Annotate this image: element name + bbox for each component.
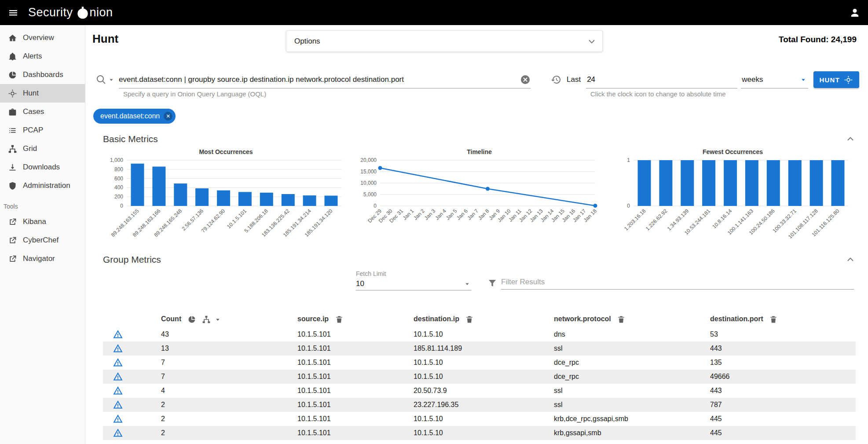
pie-chart-icon	[8, 70, 17, 80]
table-row[interactable]: 710.1.5.10110.1.5.10dce_rpc49666	[103, 370, 856, 384]
query-input[interactable]	[119, 75, 520, 84]
cell-count: 2	[161, 398, 297, 412]
hunt-button[interactable]: HUNT	[813, 71, 859, 88]
filter-results-input[interactable]	[501, 275, 854, 290]
chip-close-icon[interactable]: ✕	[164, 112, 172, 121]
search-icon[interactable]	[96, 74, 106, 85]
svg-text:15,000: 15,000	[360, 169, 377, 175]
cell-count: 13	[161, 341, 297, 356]
svg-text:Most Occurrences: Most Occurrences	[199, 148, 253, 155]
bell-icon	[8, 52, 17, 61]
row-action-column-header	[103, 312, 161, 327]
fetch-limit-select[interactable]: Fetch Limit 10	[356, 270, 471, 290]
cell-destination-ip: 23.227.196.35	[414, 398, 554, 412]
chip-row: event.dataset:conn ✕	[93, 109, 859, 124]
briefcase-icon	[8, 107, 17, 117]
time-unit-select[interactable]: weeks	[741, 71, 808, 88]
warning-triangle-icon[interactable]	[113, 371, 123, 382]
column-header-destination-port[interactable]: destination.port	[710, 312, 856, 327]
sidebar-item-grid[interactable]: Grid	[0, 139, 85, 158]
options-label: Options	[294, 37, 320, 46]
cell-destination-port: 53	[710, 327, 856, 341]
cell-source-ip: 10.1.5.101	[297, 356, 414, 370]
table-row[interactable]: 710.1.5.10110.1.5.10dce_rpc135	[103, 356, 856, 370]
sidebar-item-label: Overview	[23, 33, 54, 42]
cell-source-ip: 10.1.5.101	[297, 370, 414, 384]
svg-text:10,000: 10,000	[360, 180, 377, 186]
warning-triangle-icon[interactable]	[113, 428, 123, 438]
sidebar-item-label: Dashboards	[23, 70, 63, 79]
sidebar-item-label: Downloads	[23, 163, 60, 172]
sidebar-item-dashboards[interactable]: Dashboards	[0, 66, 85, 84]
warning-triangle-icon[interactable]	[113, 357, 123, 368]
sidebar-item-label: Administration	[23, 181, 70, 190]
sidebar-item-kibana[interactable]: Kibana	[0, 213, 85, 231]
sidebar-item-pcap[interactable]: PCAP	[0, 121, 85, 139]
sidebar-item-label: Kibana	[23, 217, 46, 226]
list-icon	[8, 126, 17, 135]
cell-destination-port: 443	[710, 384, 856, 398]
group-diagram-icon[interactable]	[202, 315, 211, 324]
svg-text:Jan 8: Jan 8	[477, 208, 491, 221]
user-account-icon[interactable]	[850, 7, 860, 18]
logo-text-prefix: Security	[28, 6, 73, 19]
trash-icon[interactable]	[617, 315, 626, 324]
table-row[interactable]: 210.1.5.10110.1.5.10krb,dce_rpc,gssapi,s…	[103, 412, 856, 426]
svg-text:Jan 4: Jan 4	[434, 208, 447, 221]
history-clock-icon[interactable]	[551, 74, 561, 85]
sidebar-item-label: Alerts	[23, 52, 42, 61]
cell-destination-port: 49666	[710, 370, 856, 384]
cell-destination-ip: 10.1.5.10	[414, 356, 554, 370]
trash-icon[interactable]	[769, 315, 778, 324]
hamburger-menu-icon[interactable]	[8, 7, 18, 18]
column-header-count[interactable]: Count	[161, 312, 297, 327]
cell-destination-ip: 185.81.114.189	[414, 341, 554, 356]
sitemap-icon	[8, 144, 17, 154]
warning-triangle-icon[interactable]	[113, 343, 123, 354]
table-row[interactable]: 4310.1.5.10110.1.5.10dns53	[103, 327, 856, 341]
time-range-last-label: Last	[567, 75, 581, 84]
query-history-caret-icon[interactable]	[107, 76, 115, 84]
logo-text-suffix: nion	[90, 6, 113, 19]
cell-network-protocol: dce_rpc	[554, 356, 710, 370]
column-header-network-protocol[interactable]: network.protocol	[554, 312, 710, 327]
caret-down-icon[interactable]	[214, 316, 222, 323]
sidebar-item-overview[interactable]: Overview	[0, 29, 85, 47]
crosshair-icon	[8, 89, 17, 98]
svg-text:0: 0	[120, 203, 123, 209]
query-row: Last weeks HUNT	[96, 71, 859, 88]
warning-triangle-icon[interactable]	[113, 414, 123, 424]
sidebar-item-downloads[interactable]: Downloads	[0, 158, 85, 176]
trash-icon[interactable]	[465, 315, 474, 324]
table-row[interactable]: 210.1.5.10123.227.196.35ssl787	[103, 398, 856, 412]
sidebar-item-alerts[interactable]: Alerts	[0, 47, 85, 66]
clear-query-icon[interactable]	[520, 74, 531, 85]
warning-triangle-icon[interactable]	[113, 385, 123, 396]
svg-text:Jan 1: Jan 1	[402, 208, 415, 221]
options-dropdown[interactable]: Options	[286, 30, 603, 52]
sidebar-item-navigator[interactable]: Navigator	[0, 250, 85, 268]
sidebar-item-hunt[interactable]: Hunt	[0, 84, 85, 103]
filter-chip[interactable]: event.dataset:conn ✕	[93, 109, 176, 124]
pie-chart-toggle-icon[interactable]	[187, 315, 196, 324]
table-row[interactable]: 210.1.5.10110.1.5.10krb,gssapi,smb445	[103, 426, 856, 440]
cell-network-protocol: ssl	[554, 341, 710, 356]
collapse-chevron-up-icon[interactable]	[845, 134, 856, 144]
column-header-destination-ip[interactable]: destination.ip	[414, 312, 554, 327]
warning-triangle-icon[interactable]	[113, 329, 123, 340]
tools-section-label: Tools	[4, 203, 85, 210]
warning-triangle-icon[interactable]	[113, 400, 123, 410]
column-header-source-ip[interactable]: source.ip	[297, 312, 414, 327]
trash-icon[interactable]	[335, 315, 344, 324]
query-field	[119, 71, 531, 88]
sidebar-item-cases[interactable]: Cases	[0, 103, 85, 121]
table-row[interactable]: 410.1.5.10120.50.73.9ssl443	[103, 384, 856, 398]
collapse-chevron-up-icon[interactable]	[845, 254, 856, 265]
sidebar-item-cyberchef[interactable]: CyberChef	[0, 231, 85, 250]
table-row[interactable]: 1310.1.5.101185.81.114.189ssl443	[103, 341, 856, 356]
duration-input[interactable]	[586, 75, 737, 84]
group-metrics-controls: Fetch Limit 10	[103, 270, 859, 294]
cell-count: 7	[161, 356, 297, 370]
sidebar-item-administration[interactable]: Administration	[0, 176, 85, 195]
cell-source-ip: 10.1.5.101	[297, 412, 414, 426]
